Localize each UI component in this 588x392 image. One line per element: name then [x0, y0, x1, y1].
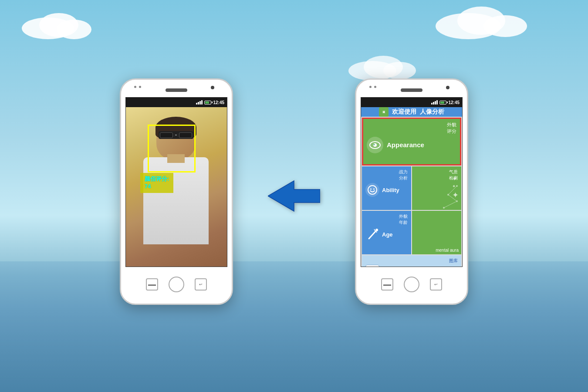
front-camera-2 — [446, 86, 449, 89]
battery-fill-2 — [440, 101, 444, 104]
app-title-cn1: 欢迎使用 — [392, 108, 416, 116]
svg-line-9 — [444, 201, 457, 208]
score-badge: 颜佰评分: 74 — [140, 173, 173, 193]
svg-point-3 — [374, 144, 375, 145]
cloud-decoration — [22, 9, 109, 44]
smiley-icon — [365, 183, 379, 197]
svg-point-5 — [370, 189, 372, 190]
score-value: 74 — [145, 183, 169, 190]
app-menu-screen: ▣ 欢迎使用 人像分析 外貌 评分 — [361, 107, 462, 267]
ability-label-en: Ability — [382, 187, 399, 193]
app-logo: ▣ — [379, 107, 389, 117]
battery-icon-2 — [439, 101, 446, 105]
app-tiles-grid: 外貌 评分 — [361, 117, 462, 267]
svg-point-4 — [368, 186, 377, 194]
aura-tile[interactable]: 气质检测 ✦ ✦ ✦ — [412, 166, 461, 210]
cloud-decoration-right — [436, 4, 544, 44]
status-bar-2: 12:45 — [361, 98, 462, 107]
smiley-svg — [367, 185, 378, 195]
ability-tile[interactable]: 战力分析 — [362, 166, 411, 210]
appearance-label-zh: 外貌 评分 — [447, 122, 456, 135]
battery-icon — [204, 101, 211, 105]
svg-line-14 — [369, 230, 377, 239]
status-time-1: 12:45 — [213, 100, 224, 105]
age-label-zh-container: 外貌年龄 — [365, 213, 408, 226]
wand-icon — [365, 227, 379, 241]
water-surface — [0, 261, 588, 392]
aura-label-bottom: mental aura — [412, 211, 461, 254]
home-button-2[interactable] — [404, 277, 419, 292]
appearance-tile[interactable]: 外貌 评分 — [362, 118, 461, 166]
back-button[interactable]: ↩ — [195, 278, 207, 291]
aura-label-zh-container: 气质检测 — [416, 169, 458, 181]
dot-3 — [369, 86, 372, 88]
phone-1-nav: ▬▬ ↩ — [121, 267, 232, 302]
age-label-zh: 外貌年龄 — [399, 213, 408, 226]
dot-2 — [139, 86, 141, 88]
navigation-arrow — [268, 179, 320, 213]
age-content: Age — [365, 227, 408, 241]
phone-2: 12:45 ▣ 欢迎使用 人像分析 — [355, 78, 468, 305]
star-1: ✦ — [452, 175, 459, 182]
signal-bar-5 — [431, 103, 433, 105]
svg-line-7 — [448, 186, 457, 195]
svg-line-16 — [374, 229, 375, 231]
age-label-en: Age — [382, 231, 393, 238]
svg-point-6 — [373, 189, 375, 190]
eye-svg — [369, 141, 381, 149]
signal-bar-2 — [198, 102, 199, 105]
phone-2-nav: ▬▬ ↩ — [356, 267, 467, 302]
svg-point-13 — [443, 207, 445, 209]
speaker-grille — [166, 88, 187, 92]
signal-bar-8 — [436, 100, 438, 105]
svg-line-8 — [448, 195, 457, 201]
svg-point-11 — [447, 194, 449, 196]
speaker-dots-2 — [369, 86, 376, 88]
home-button[interactable] — [169, 277, 184, 292]
dot-4 — [374, 86, 376, 88]
phone-2-top — [356, 80, 467, 97]
age-tile[interactable]: 外貌年龄 — [362, 211, 411, 254]
ability-label-zh-container: 战力分析 — [365, 169, 408, 181]
photo-label-zh: 图库 — [449, 258, 458, 264]
speaker-grille-2 — [401, 88, 422, 92]
ability-label-zh: 战力分析 — [399, 169, 408, 181]
eye-icon — [367, 137, 383, 153]
face-detection-area: 颜佰评分: 74 — [126, 107, 227, 267]
photo-icon: 精 — [365, 265, 379, 267]
wand-svg — [366, 228, 378, 240]
appearance-label-en: Appearance — [387, 141, 424, 149]
signal-icon — [196, 100, 203, 105]
signal-icon-2 — [431, 100, 438, 105]
appearance-zh-line2: 评分 — [447, 128, 456, 134]
svg-point-12 — [456, 200, 458, 202]
left-arrow-svg — [268, 179, 320, 213]
phone-1-top — [121, 80, 232, 97]
phone-1: 12:45 — [120, 78, 233, 305]
appearance-content: Appearance — [367, 137, 456, 153]
svg-point-10 — [456, 185, 458, 187]
svg-marker-0 — [268, 181, 320, 211]
recent-apps-button-2[interactable]: ▬▬ — [381, 278, 393, 291]
front-camera — [211, 86, 214, 89]
back-button-2[interactable]: ↩ — [430, 278, 442, 291]
photograph-tile[interactable]: 图库 精 Photograph — [362, 255, 461, 267]
phone-1-screen: 12:45 — [125, 97, 227, 267]
signal-bar-4 — [201, 100, 203, 105]
ability-content: Ability — [365, 183, 408, 197]
appearance-label-zh-container: 外貌 评分 — [367, 122, 456, 135]
speaker-dots — [134, 86, 141, 88]
recent-apps-button[interactable]: ▬▬ — [146, 278, 158, 291]
app-header: ▣ 欢迎使用 人像分析 — [361, 107, 462, 117]
app-title-cn2: 人像分析 — [420, 108, 444, 116]
battery-fill — [205, 101, 209, 104]
status-time-2: 12:45 — [448, 100, 460, 105]
aura-en-label: mental aura — [436, 248, 459, 253]
dot-1 — [134, 86, 136, 88]
phone-2-screen: 12:45 ▣ 欢迎使用 人像分析 — [361, 97, 463, 267]
status-bar-1: 12:45 — [126, 98, 227, 107]
score-label: 颜佰评分: — [145, 176, 169, 183]
signal-bar-1 — [196, 103, 197, 105]
photo-content: 精 Photograph — [365, 265, 458, 267]
face-detection-box: 颜佰评分: 74 — [148, 125, 196, 172]
